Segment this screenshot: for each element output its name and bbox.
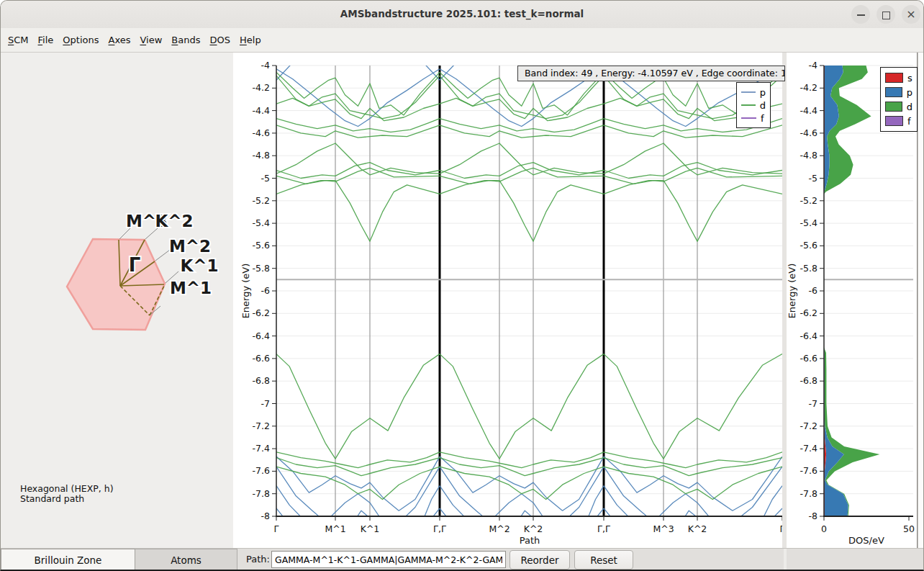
dos-xaxis-title: DOS/eV [848,535,884,546]
band-line-d [276,354,440,459]
y-tick-label: -8 [261,511,271,521]
y-tick-label: -5.2 [253,195,270,206]
title-bar[interactable]: AMSbandstructure 2025.101: test_k=normal… [1,1,923,29]
dos-legend-entry-p: p [885,85,912,99]
bottom-bar: Brillouin Zone Atoms Path: Reorder Reset [1,548,923,571]
dos-y-tick-label: -6.2 [800,307,817,318]
band-structure-panel: -4-4.2-4.4-4.6-4.8-5-5.2-5.4-5.6-5.8-6-6… [233,53,782,548]
maximize-button[interactable] [877,5,895,24]
y-tick-label: -5.8 [253,263,270,274]
dos-y-tick-label: -7.8 [800,488,817,499]
reset-button[interactable]: Reset [574,550,633,570]
reorder-button[interactable]: Reorder [509,550,570,570]
legend-label: p [760,87,766,98]
y-tick-label: -7.4 [253,443,270,454]
dos-y-tick-label: -6 [809,285,818,296]
bz-point-label: K^2 [155,212,193,230]
band-line-d [276,163,440,179]
menu-bar: SCMFileOptionsAxesViewBandsDOSHelp [1,28,923,53]
close-button[interactable]: × [902,5,920,24]
menu-item-options[interactable]: Options [63,35,99,45]
legend-label: d [760,100,766,111]
x-tick-label: M^2 [489,523,509,534]
minimize-button[interactable] [851,5,870,24]
x-tick-label: K^2 [524,523,543,534]
x-tick-label: Γ,Γ [597,523,610,534]
band-structure-plot[interactable]: -4-4.2-4.4-4.6-4.8-5-5.2-5.4-5.6-5.8-6-6… [233,53,782,548]
menu-item-dos[interactable]: DOS [210,35,231,45]
band-line-d [604,181,782,242]
dos-y-tick-label: -8 [809,511,818,521]
maximize-icon [882,12,890,19]
y-tick-label: -5.6 [253,240,270,251]
x-tick-label: K^1 [361,523,380,534]
menu-item-file[interactable]: File [38,35,54,45]
dos-y-tick-label: -6.6 [800,353,817,364]
y-tick-label: -6.6 [253,353,270,364]
dos-y-tick-label: -4.2 [800,82,817,93]
dos-y-tick-label: -5.6 [800,240,817,251]
x-tick-label: Γ,Γ [433,523,446,534]
band-line-d [440,354,604,459]
minimize-icon [857,14,865,16]
menu-item-help[interactable]: Help [240,35,261,45]
close-icon: × [906,7,915,21]
y-tick-label: -6.4 [253,331,270,341]
path-input[interactable] [271,551,506,568]
x-tick-label: M^1 [325,523,345,534]
dos-legend-entry-f: f [885,114,912,128]
menu-item-scm[interactable]: SCM [8,35,29,45]
band-line-d [276,467,440,499]
bz-point-label: M^2 [169,237,211,256]
dos-legend: spdf [880,67,918,132]
dos-y-tick-label: -5 [809,173,817,184]
legend-label: d [907,102,912,112]
bottom-bar-divider [784,549,787,571]
menu-item-bands[interactable]: Bands [171,35,200,45]
dos-y-tick-label: -7.6 [800,465,817,476]
band-line-d [276,168,440,184]
dos-y-tick-label: -7.4 [800,443,817,454]
band-line-p [604,486,782,528]
tab-brillouin-zone[interactable]: Brillouin Zone [1,549,135,570]
menu-item-axes[interactable]: Axes [109,35,131,45]
tab-atoms[interactable]: Atoms [135,549,237,570]
band-line-d [276,143,440,175]
path-label: Path: [246,554,270,565]
y-tick-label: -5 [261,173,270,184]
band-line-d [604,354,782,459]
legend-label: f [907,116,911,127]
y-tick-label: -4 [261,60,271,71]
legend-line-swatch [741,104,756,106]
y-tick-label: -6 [261,285,271,296]
band-line-d [440,125,604,138]
y-tick-label: -4.4 [253,105,270,116]
band-line-d [604,143,782,175]
y-tick-label: -7.8 [253,488,270,499]
bz-lattice-caption: Hexagonal (HEXP, h) [20,483,114,494]
band-line-d [440,168,604,184]
y-tick-label: -6.2 [253,307,270,318]
right-splitter-strip[interactable] [918,53,924,548]
dos-y-tick-label: -5.2 [800,195,817,206]
y-tick-label: -4.2 [253,82,270,93]
menu-item-view[interactable]: View [140,35,163,45]
band-legend-entry-d: d [741,99,766,112]
y-tick-label: -7.2 [253,421,270,431]
band-line-d [440,163,604,179]
band-line-d [440,467,604,499]
dos-yaxis-title: Energy (eV) [787,264,797,319]
bz-point-label: Γ [129,254,141,276]
band-line-p [276,508,440,530]
dos-y-tick-label: -4.4 [800,105,817,116]
y-tick-label: -6.8 [253,375,270,386]
brillouin-zone-figure[interactable]: M^3K^2M^2K^1M^1Γ [1,53,233,548]
dos-y-tick-label: -6.4 [800,331,817,341]
band-xaxis-title: Path [520,535,540,546]
dos-y-tick-label: -4 [809,60,818,71]
dos-y-tick-label: -5.8 [800,263,817,274]
band-line-d [276,125,440,138]
bz-path-caption: Standard path [20,493,84,504]
app-window: AMSbandstructure 2025.101: test_k=normal… [0,0,924,571]
band-legend-entry-f: f [741,112,766,125]
